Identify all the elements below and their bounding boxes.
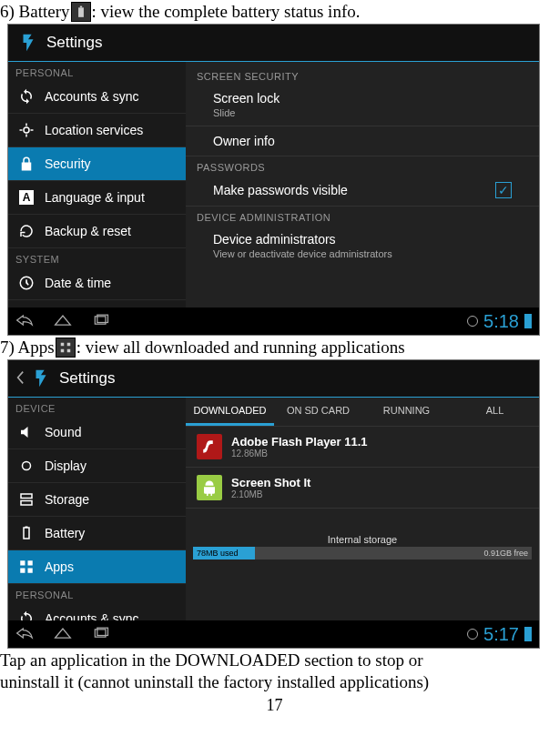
tab-label: ALL	[486, 405, 504, 416]
sidebar-item-accounts[interactable]: Accounts & sync	[8, 602, 186, 620]
sidebar-item-label: Accounts & sync	[45, 611, 139, 620]
item7-prefix: 7) Apps	[0, 338, 55, 358]
storage-label: Internal storage	[193, 534, 532, 545]
sidebar-item-label: Storage	[45, 492, 89, 507]
sidebar-item-label: Backup & reset	[45, 224, 131, 238]
svg-rect-12	[60, 349, 64, 353]
clock-icon	[17, 274, 36, 292]
sidebar-item-accounts[interactable]: Accounts & sync	[8, 80, 186, 114]
content-pane: SCREEN SECURITY Screen lock Slide Owner …	[186, 62, 539, 307]
app-item-screenshot[interactable]: Screen Shot It 2.10MB	[186, 468, 539, 509]
section-device-admin: DEVICE ADMINISTRATION	[186, 207, 539, 225]
app-size: 12.86MB	[231, 449, 368, 459]
tab-sdcard[interactable]: ON SD CARD	[274, 398, 362, 426]
svg-rect-18	[25, 527, 28, 529]
svg-point-2	[24, 127, 29, 133]
tabs: DOWNLOADED ON SD CARD RUNNING ALL	[186, 398, 539, 427]
app-name: Adobe Flash Player 11.1	[231, 435, 368, 449]
svg-rect-13	[66, 349, 70, 353]
location-icon	[17, 121, 36, 139]
storage-free: 0.91GB free	[483, 549, 528, 558]
battery-icon	[71, 2, 91, 22]
svg-rect-0	[78, 7, 84, 16]
settings-icon	[28, 366, 54, 391]
sidebar: DEVICE Sound Display Storage Battery App…	[8, 398, 186, 620]
section-screen-security: SCREEN SECURITY	[186, 66, 539, 84]
item-sublabel: View or deactivate device administrators	[213, 248, 392, 259]
doc-line-apps: 7) Apps : view all downloaded and runnin…	[0, 338, 549, 358]
apps-icon	[17, 558, 36, 576]
tab-all[interactable]: ALL	[451, 398, 539, 426]
svg-point-14	[23, 462, 31, 470]
tab-label: ON SD CARD	[287, 405, 350, 416]
sidebar-item-language[interactable]: A Language & input	[8, 181, 186, 215]
checkbox-pw-visible[interactable]	[495, 182, 512, 198]
svg-rect-1	[79, 6, 81, 8]
item-pw-visible[interactable]: Make passwords visible	[186, 175, 539, 207]
tab-running[interactable]: RUNNING	[362, 398, 451, 426]
page-number: 17	[0, 696, 549, 715]
sidebar-item-battery[interactable]: Battery	[8, 517, 186, 550]
sidebar-item-label: Apps	[45, 559, 74, 574]
app-item-flash[interactable]: Adobe Flash Player 11.1 12.86MB	[186, 427, 539, 468]
backup-icon	[17, 222, 36, 240]
sidebar-item-label: Security	[45, 156, 91, 171]
back-icon[interactable]	[15, 314, 34, 329]
sidebar-item-datetime[interactable]: Date & time	[8, 267, 186, 300]
sidebar-item-label: Location services	[45, 123, 143, 137]
item-label: Make passwords visible	[213, 183, 348, 197]
lock-icon	[17, 155, 36, 173]
battery-indicator	[524, 627, 532, 641]
item-sublabel: Slide	[213, 107, 280, 118]
battery-indicator	[524, 314, 532, 328]
sidebar-item-label: Language & input	[45, 190, 145, 205]
screen-title: Settings	[59, 369, 115, 388]
navbar: 5:17	[8, 620, 539, 648]
sidebar-header-device: DEVICE	[8, 398, 186, 416]
navbar: 5:18	[8, 307, 539, 335]
sidebar-item-security[interactable]: Security	[8, 147, 186, 181]
item-label: Screen lock	[213, 91, 280, 106]
sidebar-item-display[interactable]: Display	[8, 449, 186, 483]
sidebar: PERSONAL Accounts & sync Location servic…	[8, 62, 186, 307]
sidebar-item-label: Accounts & sync	[45, 89, 139, 104]
item-screen-lock[interactable]: Screen lock Slide	[186, 84, 539, 126]
svg-rect-21	[20, 569, 25, 573]
doc-tail-1: Tap an application in the DOWNLOADED sec…	[0, 650, 549, 670]
home-icon[interactable]	[54, 314, 72, 329]
app-size: 2.10MB	[231, 489, 310, 499]
home-icon[interactable]	[54, 627, 72, 642]
recent-icon[interactable]	[92, 314, 110, 329]
item-label: Owner info	[213, 134, 275, 148]
svg-rect-19	[20, 560, 25, 565]
item-owner-info[interactable]: Owner info	[186, 126, 539, 156]
item6-suffix: : view the complete battery status info.	[92, 2, 361, 22]
back-chevron-icon[interactable]	[15, 370, 25, 388]
sidebar-item-apps[interactable]: Apps	[8, 550, 186, 584]
back-icon[interactable]	[15, 627, 34, 642]
sidebar-item-label: Battery	[45, 526, 85, 540]
svg-rect-11	[66, 343, 70, 347]
svg-rect-10	[60, 343, 64, 347]
sidebar-item-sound[interactable]: Sound	[8, 416, 186, 449]
sidebar-item-accessibility[interactable]: Accessibility	[8, 300, 186, 307]
doc-line-battery: 6) Battery : view the complete battery s…	[0, 2, 549, 22]
doc-tail-2: uninstall it (cannot uninstall the facto…	[0, 672, 549, 692]
battery-icon	[17, 524, 36, 542]
clock-time: 5:17	[483, 624, 519, 645]
sidebar-item-storage[interactable]: Storage	[8, 483, 186, 517]
tab-downloaded[interactable]: DOWNLOADED	[186, 398, 274, 426]
item7-suffix: : view all downloaded and running applic…	[76, 338, 405, 358]
tab-label: RUNNING	[383, 405, 430, 416]
clock-time: 5:18	[483, 311, 519, 332]
sidebar-header-system: SYSTEM	[8, 248, 186, 267]
screenshot-apps: Settings DEVICE Sound Display Storage Ba…	[7, 359, 540, 649]
recent-icon[interactable]	[92, 627, 110, 642]
apps-icon	[56, 338, 76, 358]
sidebar-item-location[interactable]: Location services	[8, 114, 186, 147]
sidebar-item-label: Display	[45, 459, 86, 473]
download-indicator	[467, 316, 478, 327]
sidebar-item-backup[interactable]: Backup & reset	[8, 215, 186, 248]
app-list: Adobe Flash Player 11.1 12.86MB Screen S…	[186, 427, 539, 509]
item-device-admin[interactable]: Device administrators View or deactivate…	[186, 225, 539, 267]
